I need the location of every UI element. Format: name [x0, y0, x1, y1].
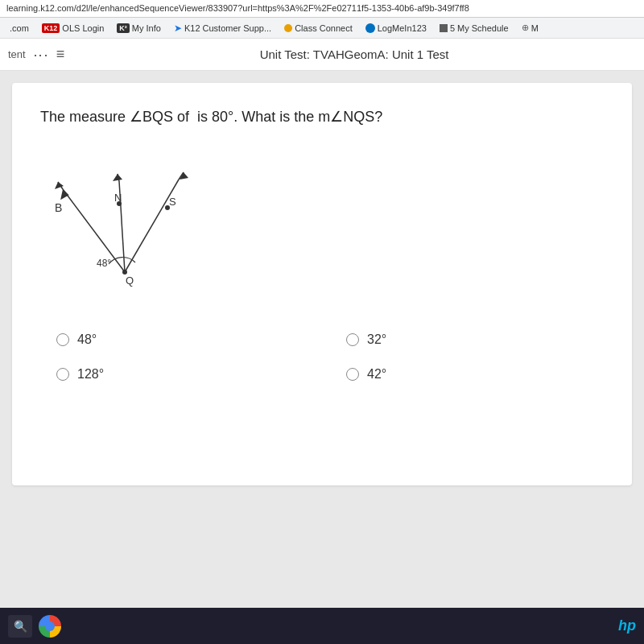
- bookmark-class-connect-label: Class Connect: [295, 23, 353, 33]
- bookmark-logmein[interactable]: LogMeIn123: [361, 22, 431, 35]
- svg-marker-3: [60, 189, 69, 200]
- bookmark-k12-support[interactable]: ➤ K12 Customer Supp...: [169, 21, 276, 35]
- svg-text:B: B: [55, 201, 62, 214]
- bookmark-more[interactable]: ⊕ M: [517, 21, 543, 35]
- hp-logo: hp: [618, 617, 636, 634]
- bookmark-k2-myinfo-label: My Info: [132, 23, 161, 33]
- hamburger-icon[interactable]: ≡: [56, 46, 65, 63]
- bookmark-com-label: .com: [10, 23, 29, 33]
- taskbar: 🔍 hp: [0, 608, 644, 644]
- main-content: The measure ∠BQS of is 80°. What is the …: [0, 71, 644, 644]
- taskbar-search-button[interactable]: 🔍: [8, 615, 32, 638]
- address-bar[interactable]: learning.k12.com/d2l/le/enhancedSequence…: [0, 0, 644, 18]
- logmein-icon: [365, 23, 375, 33]
- class-connect-icon: [284, 24, 292, 32]
- answer-a-label: 48°: [77, 332, 97, 347]
- radio-a[interactable]: [56, 333, 69, 346]
- bookmark-k2-myinfo[interactable]: K² My Info: [112, 22, 166, 35]
- bookmark-logmein-label: LogMeIn123: [378, 23, 427, 33]
- radio-c[interactable]: [56, 368, 69, 381]
- answer-option-d[interactable]: 42°: [346, 367, 588, 382]
- bookmark-k12-ols-label: OLS Login: [62, 23, 104, 33]
- arrow-icon: ➤: [174, 23, 182, 34]
- chrome-inner-circle: [45, 621, 55, 631]
- radio-b[interactable]: [346, 333, 359, 346]
- search-icon: 🔍: [14, 620, 27, 633]
- bookmark-k12-support-label: K12 Customer Supp...: [184, 23, 271, 33]
- svg-marker-7: [113, 174, 122, 181]
- bookmark-k12-ols[interactable]: K12 OLS Login: [37, 22, 109, 35]
- bookmark-com[interactable]: .com: [5, 22, 34, 35]
- content-label: tent: [8, 48, 26, 60]
- answer-option-c[interactable]: 128°: [56, 367, 298, 382]
- answer-option-b[interactable]: 32°: [346, 332, 588, 347]
- bookmark-more-label: M: [531, 23, 539, 33]
- bookmark-schedule-label: 5 My Schedule: [450, 23, 509, 33]
- bookmark-class-connect[interactable]: Class Connect: [279, 22, 357, 35]
- radio-d[interactable]: [346, 368, 359, 381]
- question-text: The measure ∠BQS of is 80°. What is the …: [40, 107, 604, 127]
- question-card: The measure ∠BQS of is 80°. What is the …: [12, 83, 632, 485]
- svg-text:N: N: [114, 192, 122, 204]
- k2-badge-icon: K²: [117, 23, 130, 33]
- vertical-dots-icon[interactable]: ⋮: [32, 48, 50, 60]
- svg-text:48°: 48°: [97, 258, 111, 269]
- app-toolbar: tent ⋮ ≡ Unit Test: TVAHGeomA: Unit 1 Te…: [0, 39, 644, 71]
- bookmarks-bar: .com K12 OLS Login K² My Info ➤ K12 Cust…: [0, 18, 644, 39]
- k12-badge-icon: K12: [42, 23, 60, 33]
- schedule-icon: [440, 24, 448, 32]
- bookmark-schedule[interactable]: 5 My Schedule: [435, 22, 514, 35]
- svg-line-2: [125, 180, 179, 272]
- geometry-diagram: B N S Q 48°: [48, 147, 233, 308]
- toolbar-left: tent ⋮ ≡: [8, 46, 64, 63]
- svg-text:S: S: [169, 196, 176, 208]
- answer-b-label: 32°: [367, 332, 386, 347]
- bookmark-more-icon: ⊕: [522, 23, 529, 33]
- toolbar-title: Unit Test: TVAHGeomA: Unit 1 Test: [72, 47, 636, 61]
- taskbar-chrome-icon[interactable]: [39, 615, 61, 638]
- answer-c-label: 128°: [77, 367, 104, 382]
- answer-d-label: 42°: [367, 367, 386, 382]
- diagram-container: B N S Q 48°: [48, 147, 233, 308]
- svg-text:Q: Q: [126, 275, 134, 287]
- answers-grid: 48° 32° 128° 42°: [40, 332, 604, 382]
- answer-option-a[interactable]: 48°: [56, 332, 298, 347]
